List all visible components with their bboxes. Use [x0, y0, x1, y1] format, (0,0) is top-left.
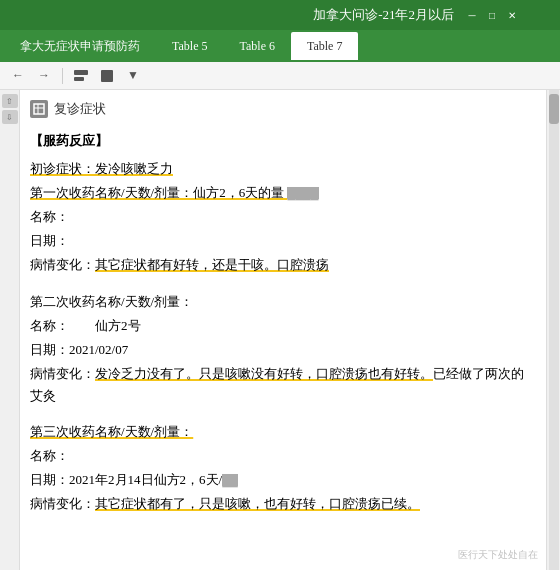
name-line-3: 名称： — [30, 445, 530, 467]
first-med-label: 第一次收药名称/天数/剂量：仙方2，6天的量 — [30, 185, 287, 200]
name-line-2: 名称： 仙方2号 — [30, 315, 530, 337]
redo-button[interactable]: → — [34, 66, 54, 86]
condition-text-2b: 口腔溃疡也有好转。 — [316, 366, 433, 381]
date-line-2: 日期：2021/02/07 — [30, 339, 530, 361]
toolbar: ← → ▼ — [0, 62, 560, 90]
date-line-3: 日期：2021年2月14日仙方2，6天/██ — [30, 469, 530, 491]
condition-line-2: 病情变化：发冷乏力没有了。只是咳嗽没有好转，口腔溃疡也有好转。已经做了两次的艾灸 — [30, 363, 530, 407]
format-button-1[interactable] — [71, 66, 91, 86]
condition-line-3: 病情变化：其它症状都有了，只是咳嗽，也有好转，口腔溃疡已续。 — [30, 493, 530, 515]
toolbar-separator-1 — [62, 68, 63, 84]
drug-reaction-label: 【服药反应】 — [30, 133, 108, 148]
redacted-2: ██ — [222, 474, 238, 486]
section-icon — [30, 100, 48, 118]
condition-text-3a: 其它症状都有了，只是咳嗽，也有好转， — [95, 496, 329, 511]
watermark: 医行天下处处自在 — [458, 547, 538, 562]
divider-2 — [30, 413, 530, 421]
undo-button[interactable]: ← — [8, 66, 28, 86]
minimize-button[interactable]: ─ — [464, 7, 480, 23]
tab-4[interactable]: Table 7 — [291, 32, 358, 60]
main-content[interactable]: 复诊症状 【服药反应】 初诊症状：发冷咳嗽乏力 第一次收药名称/天数/剂量：仙方… — [20, 90, 546, 570]
tab-2[interactable]: Table 5 — [156, 32, 223, 60]
tab-bar: 拿大无症状申请预防药 Table 5 Table 6 Table 7 — [0, 30, 560, 62]
svg-rect-0 — [34, 104, 44, 114]
date-line-1: 日期： — [30, 230, 530, 252]
dropdown-button[interactable]: ▼ — [123, 66, 143, 86]
third-med-label: 第三次收药名称/天数/剂量： — [30, 424, 193, 439]
redacted-1: ████ — [287, 187, 318, 199]
section-header: 复诊症状 — [30, 100, 530, 122]
window-controls: ─ □ ✕ — [464, 7, 520, 23]
watermark-line1: 医行天下处处自在 — [458, 547, 538, 562]
close-button[interactable]: ✕ — [504, 7, 520, 23]
content-area: ⇧ ⇩ 复诊症状 【服药反应】 初诊症状：发冷咳嗽乏力 第 — [0, 90, 560, 570]
scroll-up-btn[interactable]: ⇧ — [2, 94, 18, 108]
drug-reaction-header: 【服药反应】 — [30, 130, 530, 152]
condition-text-3b: 口腔溃疡已续。 — [329, 496, 420, 511]
initial-symptom-label: 初诊症状：发冷咳嗽乏力 — [30, 161, 173, 176]
tab-3[interactable]: Table 6 — [223, 32, 290, 60]
tab-1[interactable]: 拿大无症状申请预防药 — [4, 32, 156, 60]
format-button-2[interactable] — [97, 66, 117, 86]
name-line-1: 名称： — [30, 206, 530, 228]
condition-line-1: 病情变化：其它症状都有好转，还是干咳。口腔溃疡 — [30, 254, 530, 276]
section-title: 复诊症状 — [54, 100, 106, 118]
second-med-line: 第二次收药名称/天数/剂量： — [30, 291, 530, 313]
divider-1 — [30, 283, 530, 291]
condition-text-2a: 发冷乏力没有了。只是咳嗽没有好转， — [95, 366, 316, 381]
maximize-button[interactable]: □ — [484, 7, 500, 23]
scroll-thumb[interactable] — [549, 94, 559, 124]
third-med-line: 第三次收药名称/天数/剂量： — [30, 421, 530, 443]
block-second: 第二次收药名称/天数/剂量： 名称： 仙方2号 日期：2021/02/07 病情… — [30, 291, 530, 407]
initial-symptom-line: 初诊症状：发冷咳嗽乏力 — [30, 158, 530, 180]
app-title: 加拿大问诊-21年2月以后 — [313, 6, 454, 24]
first-med-line: 第一次收药名称/天数/剂量：仙方2，6天的量 ████ — [30, 182, 530, 204]
block-initial: 初诊症状：发冷咳嗽乏力 第一次收药名称/天数/剂量：仙方2，6天的量 ████ … — [30, 158, 530, 276]
condition-text-1b: 口腔溃疡 — [277, 257, 329, 272]
left-nav: ⇧ ⇩ — [0, 90, 20, 570]
right-scrollbar[interactable] — [546, 90, 560, 570]
condition-text-1: 其它症状都有好转，还是干咳。 — [95, 257, 277, 272]
scroll-down-btn[interactable]: ⇩ — [2, 110, 18, 124]
block-third: 第三次收药名称/天数/剂量： 名称： 日期：2021年2月14日仙方2，6天/█… — [30, 421, 530, 515]
scroll-track — [549, 90, 559, 570]
title-bar: 加拿大问诊-21年2月以后 ─ □ ✕ — [0, 0, 560, 30]
